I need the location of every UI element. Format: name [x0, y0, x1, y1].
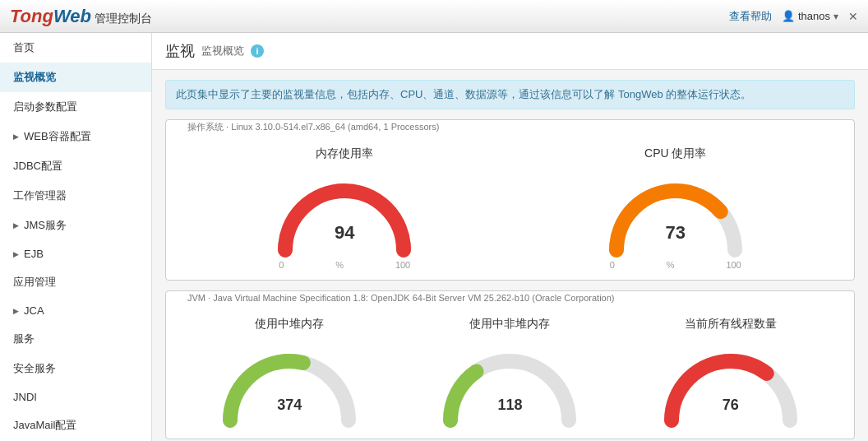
page-breadcrumb: 监视概览 [201, 44, 244, 58]
os-gauges-row: 内存使用率 94 0 % [166, 140, 854, 270]
sidebar-item-jndi[interactable]: JNDI [0, 383, 151, 411]
logo: TongWeb 管理控制台 [10, 6, 152, 27]
page-header: 监视 监视概览 i [152, 33, 868, 70]
main-content: 监视 监视概览 i 此页集中显示了主要的监视量信息，包括内存、CPU、通道、数据… [152, 33, 868, 441]
cpu-gauge-label: CPU 使用率 [644, 146, 706, 161]
memory-gauge: 内存使用率 94 0 % [262, 146, 427, 270]
nonheap-gauge: 使用中非堆内存 118 [427, 317, 592, 429]
header: TongWeb 管理控制台 查看帮助 👤 thanos ▾ ✕ [0, 0, 868, 33]
sidebar-item-startup-config[interactable]: 启动参数配置 [0, 92, 151, 122]
username: thanos [798, 10, 830, 22]
memory-gauge-scale: 0 % 100 [279, 260, 410, 270]
nonheap-gauge-value: 118 [497, 397, 522, 414]
threads-gauge-svg: 76 [657, 338, 805, 429]
heap-gauge-svg: 374 [215, 338, 363, 429]
nonheap-gauge-label: 使用中非堆内存 [469, 317, 550, 332]
sidebar-item-ejb[interactable]: EJB [0, 240, 151, 267]
sidebar: 首页 监视概览 启动参数配置 WEB容器配置 JDBC配置 工作管理器 JMS服… [0, 33, 152, 441]
cpu-gauge-svg: 73 [602, 168, 750, 258]
heap-gauge-label: 使用中堆内存 [255, 317, 324, 332]
heap-gauge-value: 374 [277, 397, 302, 414]
sidebar-item-jca[interactable]: JCA [0, 297, 151, 324]
user-info: 👤 thanos ▾ [782, 10, 838, 22]
dropdown-icon[interactable]: ▾ [833, 11, 838, 22]
os-section-title: 操作系统 · Linux 3.10.0-514.el7.x86_64 (amd6… [184, 121, 442, 133]
info-text: 此页集中显示了主要的监视量信息，包括内存、CPU、通道、数据源等，通过该信息可以… [176, 88, 751, 100]
sidebar-item-home[interactable]: 首页 [0, 33, 151, 63]
close-icon[interactable]: ✕ [848, 10, 858, 23]
sidebar-item-work-manager[interactable]: 工作管理器 [0, 181, 151, 211]
help-link[interactable]: 查看帮助 [729, 9, 772, 24]
threads-gauge: 当前所有线程数量 76 [649, 317, 813, 429]
nonheap-gauge-svg: 118 [436, 338, 584, 429]
logo-web: Web [53, 6, 91, 26]
jvm-gauges-row: 使用中堆内存 374 使用中非堆内存 [166, 310, 854, 429]
layout: 首页 监视概览 启动参数配置 WEB容器配置 JDBC配置 工作管理器 JMS服… [0, 33, 868, 441]
logo-mgmt: 管理控制台 [91, 12, 152, 25]
memory-gauge-svg: 94 [270, 168, 418, 258]
sidebar-item-services[interactable]: 服务 [0, 324, 151, 354]
user-icon: 👤 [782, 10, 795, 22]
sidebar-item-monitor-overview[interactable]: 监视概览 [0, 63, 151, 92]
page-title: 监视 [165, 41, 195, 61]
threads-gauge-value: 76 [723, 397, 739, 414]
cpu-gauge-scale: 0 % 100 [610, 260, 741, 270]
sidebar-item-app-mgmt[interactable]: 应用管理 [0, 267, 151, 297]
memory-gauge-label: 内存使用率 [316, 146, 373, 161]
jvm-section-title: JVM · Java Virtual Machine Specification… [184, 293, 617, 303]
info-bar: 此页集中显示了主要的监视量信息，包括内存、CPU、通道、数据源等，通过该信息可以… [165, 80, 855, 109]
sidebar-item-security[interactable]: 安全服务 [0, 354, 151, 383]
cpu-gauge-value: 73 [666, 222, 686, 244]
threads-gauge-label: 当前所有线程数量 [685, 317, 777, 332]
sidebar-item-jdbc[interactable]: JDBC配置 [0, 151, 151, 181]
memory-gauge-value: 94 [335, 222, 354, 244]
heap-gauge: 使用中堆内存 374 [207, 317, 372, 429]
sidebar-item-javamail[interactable]: JavaMail配置 [0, 411, 151, 440]
header-right: 查看帮助 👤 thanos ▾ ✕ [729, 9, 858, 24]
info-icon[interactable]: i [251, 44, 264, 58]
cpu-gauge: CPU 使用率 73 0 % [593, 146, 758, 270]
sidebar-item-jms[interactable]: JMS服务 [0, 211, 151, 240]
sidebar-item-web-container[interactable]: WEB容器配置 [0, 122, 151, 151]
jvm-section: JVM · Java Virtual Machine Specification… [165, 290, 855, 439]
os-section: 操作系统 · Linux 3.10.0-514.el7.x86_64 (amd6… [165, 119, 855, 281]
